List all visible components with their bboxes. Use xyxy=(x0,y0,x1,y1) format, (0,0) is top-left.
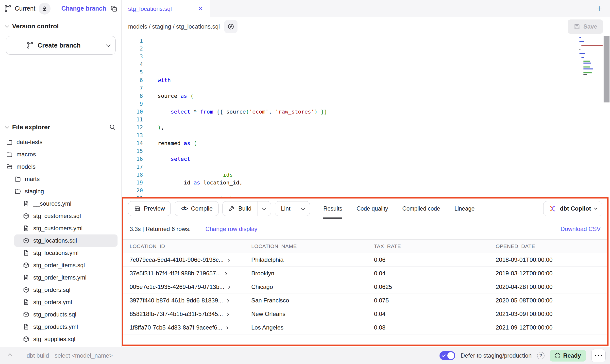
change-branch-link[interactable]: Change branch xyxy=(61,5,106,12)
file-label: stg_products.sql xyxy=(33,311,76,318)
doc-icon xyxy=(23,299,30,306)
code-editor[interactable]: 123456789101112131415161718192021 with s… xyxy=(122,36,610,197)
version-control-section-header[interactable]: Version control xyxy=(0,17,121,35)
expand-row-icon[interactable] xyxy=(227,286,230,289)
tab-stg-locations[interactable]: stg_locations.sql ✕ xyxy=(122,0,210,17)
compass-icon xyxy=(227,23,235,30)
more-options-button[interactable] xyxy=(591,349,606,362)
copy-icon[interactable] xyxy=(110,5,118,12)
folder-open-icon xyxy=(6,163,13,170)
file-item-stg_order_items.sql[interactable]: stg_order_items.sql xyxy=(0,259,121,271)
build-split-button: Build xyxy=(222,201,271,216)
cell-location_name: Brooklyn xyxy=(245,270,368,277)
panel-tab-lineage[interactable]: Lineage xyxy=(454,199,474,219)
build-button[interactable]: Build xyxy=(223,201,257,216)
code-line-4 xyxy=(158,100,603,108)
download-csv-link[interactable]: Download CSV xyxy=(560,226,601,232)
table-row[interactable]: 37e5f311-b7f4-4f2f-988b-719657...Brookly… xyxy=(123,267,607,280)
change-row-display-link[interactable]: Change row display xyxy=(205,226,257,232)
model-icon xyxy=(23,237,30,244)
folder-open-icon xyxy=(14,188,21,195)
panel-tab-code-quality[interactable]: Code quality xyxy=(356,199,388,219)
compile-button[interactable]: </> Compile xyxy=(175,201,219,216)
expand-row-icon[interactable] xyxy=(226,299,229,302)
close-icon[interactable]: ✕ xyxy=(198,5,203,13)
file-label: models xyxy=(17,163,35,170)
file-item-__sources.yml[interactable]: __sources.yml xyxy=(0,198,121,210)
panel-action-bar: Preview </> Compile Build Lint xyxy=(123,199,607,219)
file-item-marts[interactable]: marts xyxy=(0,173,121,185)
file-item-staging[interactable]: staging xyxy=(0,185,121,198)
file-item-stg_customers.yml[interactable]: stg_customers.yml xyxy=(0,222,121,234)
column-header-opened_date: OPENED_DATE xyxy=(489,243,607,249)
editor-scrollbar[interactable] xyxy=(603,36,610,197)
cell-location_id: 37e5f311-b7f4-4f2f-988b-719657... xyxy=(123,270,245,277)
ready-label: Ready xyxy=(563,352,581,359)
table-row[interactable]: 1f8ffa70-7cb5-4d83-8a7f-9aceef6...Los An… xyxy=(123,321,607,334)
code-line-9: renamed as ( xyxy=(158,139,603,147)
panel-tab-compiled-code[interactable]: Compiled code xyxy=(402,199,440,219)
branch-header: Current Change branch xyxy=(0,0,121,17)
lineage-compass-button[interactable] xyxy=(224,20,237,33)
file-item-stg_products.yml[interactable]: stg_products.yml xyxy=(0,321,121,333)
defer-toggle[interactable] xyxy=(440,351,455,360)
file-item-stg_orders.sql[interactable]: stg_orders.sql xyxy=(0,284,121,296)
file-item-stg_products.sql[interactable]: stg_products.sql xyxy=(0,308,121,321)
model-icon xyxy=(23,213,30,219)
table-row[interactable]: 005e7e1c-1935-4269-b479-0713b...Chicago0… xyxy=(123,280,607,294)
expand-row-icon[interactable] xyxy=(225,326,228,330)
query-summary: 3.3s | Returned 6 rows. xyxy=(130,226,191,232)
file-item-stg_customers.sql[interactable]: stg_customers.sql xyxy=(0,210,121,222)
code-line-12 xyxy=(158,163,603,171)
indent-guide xyxy=(171,124,171,195)
lint-dropdown[interactable] xyxy=(296,201,310,216)
file-item-stg_locations.yml[interactable]: stg_locations.yml xyxy=(0,247,121,259)
cell-tax_rate: 0.08 xyxy=(368,324,489,331)
model-icon xyxy=(23,311,30,318)
code-line-8 xyxy=(158,132,603,139)
cell-opened_date: 2018-09-01T00:00:00 xyxy=(489,256,607,263)
dbt-copilot-button[interactable]: dbt Copilot xyxy=(543,201,602,216)
chevron-up-icon xyxy=(8,353,12,358)
file-label: macros xyxy=(17,151,36,158)
lint-button[interactable]: Lint xyxy=(275,201,296,216)
build-dropdown[interactable] xyxy=(257,201,271,216)
panel-tab-results[interactable]: Results xyxy=(323,199,342,219)
create-branch-main[interactable]: Create branch xyxy=(6,36,101,54)
command-input[interactable]: dbt build --select <model_name> xyxy=(20,352,113,359)
code-area[interactable]: with source as ( select * from {{ source… xyxy=(149,36,603,197)
help-icon[interactable]: ? xyxy=(537,352,544,359)
lint-label: Lint xyxy=(281,205,290,212)
collapse-panel-button[interactable] xyxy=(0,347,20,364)
cell-opened_date: 2019-03-12T00:00:00 xyxy=(489,270,607,277)
expand-row-icon[interactable] xyxy=(227,259,230,262)
file-item-models[interactable]: models xyxy=(0,161,121,173)
code-line-11: select xyxy=(158,155,603,163)
create-branch-button[interactable]: Create branch xyxy=(6,36,116,55)
expand-row-icon[interactable] xyxy=(224,272,227,275)
tab-bar: stg_locations.sql ✕ + xyxy=(122,0,610,17)
table-row[interactable]: 858218fb-73f7-4b1b-a31f-57b345...New Orl… xyxy=(123,307,607,321)
create-branch-dropdown[interactable] xyxy=(101,36,115,54)
code-line-5: select * from {{ source('ecom', 'raw_sto… xyxy=(158,108,603,116)
preview-button[interactable]: Preview xyxy=(128,201,171,216)
search-icon[interactable] xyxy=(109,123,116,131)
new-tab-button[interactable]: + xyxy=(594,3,605,14)
expand-row-icon[interactable] xyxy=(226,313,229,316)
code-line-3: source as ( xyxy=(158,92,603,100)
file-item-macros[interactable]: macros xyxy=(0,148,121,161)
file-item-data-tests[interactable]: data-tests xyxy=(0,136,121,148)
file-label: stg_orders.sql xyxy=(33,286,70,293)
file-explorer-section-header[interactable]: File explorer xyxy=(0,118,121,136)
file-item-stg_order_items.yml[interactable]: stg_order_items.yml xyxy=(0,271,121,284)
save-button[interactable]: Save xyxy=(568,19,603,34)
file-item-stg_supplies.sql[interactable]: stg_supplies.sql xyxy=(0,333,121,345)
panel-tabs: ResultsCode qualityCompiled codeLineage xyxy=(323,199,474,219)
table-row[interactable]: 3977f440-b87d-461b-9dd6-81839...San Fran… xyxy=(123,294,607,307)
table-row[interactable]: 7c079cea-5ed4-4101-906e-9198c...Philadel… xyxy=(123,253,607,267)
minimap xyxy=(579,37,602,78)
file-item-stg_locations.sql[interactable]: stg_locations.sql xyxy=(14,234,118,247)
scrollbar-thumb[interactable] xyxy=(604,36,610,102)
file-item-stg_orders.yml[interactable]: stg_orders.yml xyxy=(0,296,121,308)
cell-location_id: 858218fb-73f7-4b1b-a31f-57b345... xyxy=(123,311,245,317)
